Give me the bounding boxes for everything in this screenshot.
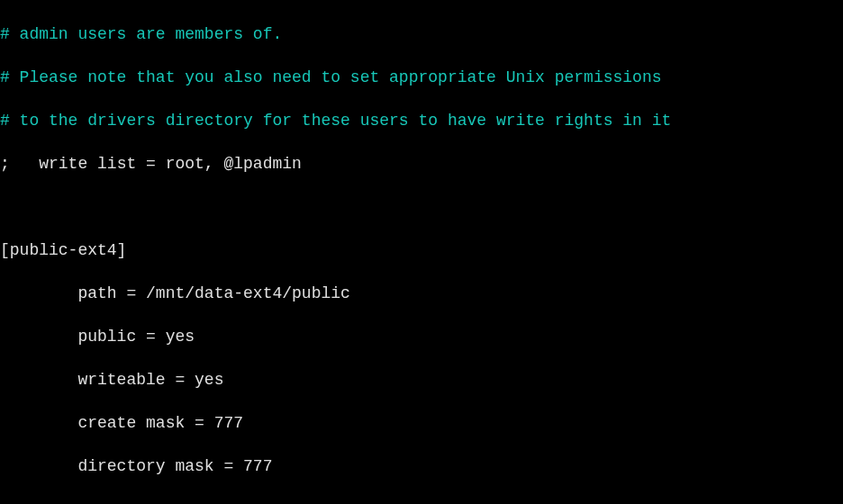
comment-line: # admin users are members of. (0, 25, 282, 43)
config-line: path = /mnt/data-ext4/public (0, 284, 350, 302)
config-line: create mask = 777 (0, 414, 243, 432)
config-line: directory mask = 777 (0, 457, 272, 475)
config-line: write list = root, @lpadmin (10, 155, 302, 173)
comment-line: # to the drivers directory for these use… (0, 112, 671, 130)
terminal-editor[interactable]: # admin users are members of. # Please n… (0, 2, 843, 504)
config-line: writeable = yes (0, 371, 223, 389)
config-line-prefix: ; (0, 155, 10, 173)
config-line: public = yes (0, 328, 195, 346)
section-header: [public-ext4] (0, 241, 126, 259)
comment-line: # Please note that you also need to set … (0, 68, 662, 86)
